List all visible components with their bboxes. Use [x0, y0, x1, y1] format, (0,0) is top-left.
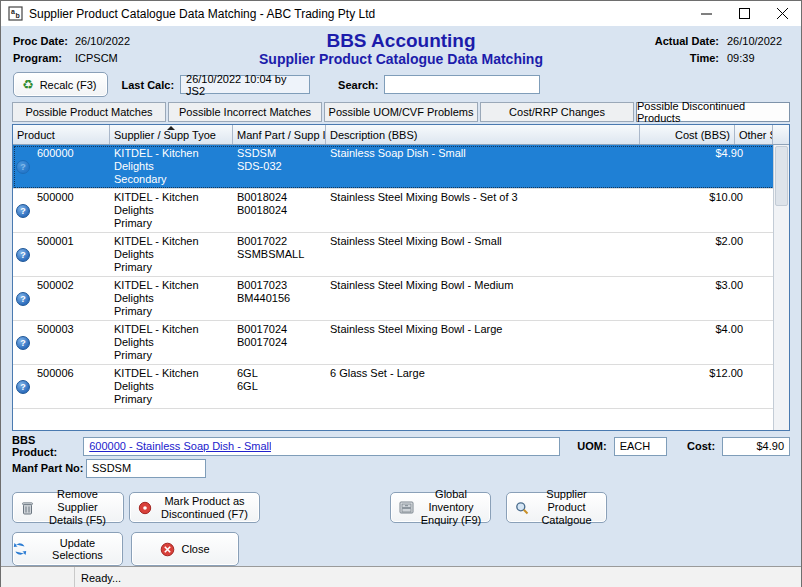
cell-c2: KITDEL - Kitchen DelightsPrimary [110, 233, 233, 276]
tab-3[interactable]: Cost/RRP Changes [480, 102, 634, 122]
toolbar: ♻ Recalc (F3) Last Calc: 26/10/2022 10:0… [1, 68, 801, 98]
window-title: Supplier Product Catalogue Data Matching… [29, 7, 375, 21]
close-icon [160, 542, 175, 557]
actual-date-value: 26/10/2022 [727, 33, 789, 50]
detail-panel: BBS Product: 600000 - Stainless Soap Dis… [1, 431, 801, 479]
tab-4[interactable]: Possible Discontinued Products [636, 102, 790, 122]
question-icon [16, 160, 30, 174]
status-bar: Ready... [1, 566, 801, 587]
last-calc-label: Last Calc: [122, 79, 175, 91]
table-row[interactable]: 500003KITDEL - Kitchen DelightsPrimaryB0… [13, 321, 789, 365]
discontinued-icon [138, 501, 152, 515]
mark-discontinued-label: Mark Product as Discontinued (F7) [158, 495, 251, 521]
question-icon [16, 204, 30, 218]
status-panel-left [1, 567, 75, 587]
bbs-product-field: 600000 - Stainless Soap Dish - Small [83, 437, 560, 456]
cell-c2: KITDEL - Kitchen DelightsPrimary [110, 365, 233, 408]
question-icon [16, 380, 30, 394]
column-header[interactable]: Manf Part / Supp It... [233, 125, 326, 144]
cell-c5: $12.00 [656, 365, 751, 408]
table-row[interactable]: 500006KITDEL - Kitchen DelightsPrimary6G… [13, 365, 789, 409]
update-selections-button[interactable]: Update Selections [12, 532, 123, 566]
tab-2[interactable]: Possible UOM/CVF Problems [324, 102, 478, 122]
column-header-stub [773, 125, 789, 144]
cell-c4: Stainless Soap Dish - Small [326, 145, 656, 188]
maximize-button[interactable] [725, 1, 763, 26]
cell-c4: Stainless Steel Mixing Bowl - Small [326, 233, 656, 276]
minimize-button[interactable] [687, 1, 725, 26]
close-button[interactable]: Close [131, 532, 239, 566]
cost-label: Cost: [687, 440, 715, 452]
grid-rows: 600000KITDEL - Kitchen DelightsSecondary… [13, 145, 789, 430]
uom-label: UOM: [577, 440, 606, 452]
question-icon [16, 336, 30, 350]
scrollbar-thumb[interactable] [775, 146, 788, 206]
tab-1[interactable]: Possible Incorrect Matches [168, 102, 322, 122]
close-label: Close [181, 543, 209, 555]
cell-c1: 500006 [13, 365, 110, 408]
results-grid: ProductSupplier / Supp TyoeManf Part / S… [12, 124, 790, 431]
cell-c1: 500000 [13, 189, 110, 232]
column-header[interactable]: Description (BBS) [326, 125, 640, 144]
sort-ascending-icon [167, 126, 175, 130]
table-row[interactable]: 500000KITDEL - Kitchen DelightsPrimaryB0… [13, 189, 789, 233]
cell-c4: Stainless Steel Mixing Bowl - Medium [326, 277, 656, 320]
supplier-catalogue-button[interactable]: Supplier Product Catalgoue [506, 492, 607, 523]
supplier-catalogue-label: Supplier Product Catalgoue [535, 488, 598, 527]
cell-c3: B0017022SSMBSMALL [233, 233, 326, 276]
column-header[interactable]: Supplier / Supp Tyoe [110, 125, 233, 144]
time-value: 09:39 [727, 50, 789, 67]
mark-discontinued-button[interactable]: Mark Product as Discontinued (F7) [129, 492, 260, 523]
minimize-icon [701, 8, 712, 19]
column-header[interactable]: Cost (BBS) [640, 125, 735, 144]
cell-c2: KITDEL - Kitchen DelightsPrimary [110, 321, 233, 364]
cell-c5: $4.00 [656, 321, 751, 364]
close-window-button[interactable] [763, 1, 801, 26]
cell-c3: B0018024B0018024 [233, 189, 326, 232]
cell-c4: Stainless Steel Mixing Bowl - Large [326, 321, 656, 364]
time-label: Time: [690, 50, 719, 67]
remove-supplier-button[interactable]: Remove Supplier Details (F5) [12, 492, 124, 523]
cell-c4: 6 Glass Set - Large [326, 365, 656, 408]
tab-0[interactable]: Possible Product Matches [12, 102, 166, 122]
svg-text:b: b [16, 12, 20, 19]
recycle-icon: ♻ [22, 78, 34, 91]
action-bar-bottom: Update Selections Close [1, 523, 801, 566]
table-row[interactable]: 500002KITDEL - Kitchen DelightsPrimaryB0… [13, 277, 789, 321]
remove-supplier-label: Remove Supplier Details (F5) [40, 488, 115, 527]
bbs-product-label: BBS Product: [12, 434, 83, 458]
question-icon [16, 248, 30, 262]
cost-field: $4.90 [722, 437, 790, 456]
table-row[interactable]: 600000KITDEL - Kitchen DelightsSecondary… [13, 145, 789, 189]
screen-header: Proc Date: 26/10/2022 Program: ICPSCM BB… [1, 26, 801, 68]
column-header[interactable]: Product [13, 125, 110, 144]
cell-c3: B0017024B0017024 [233, 321, 326, 364]
column-header[interactable]: Other S... [735, 125, 773, 144]
global-inventory-button[interactable]: Global Inventory Enquiry (F9) [390, 492, 491, 523]
cell-c5: $4.90 [656, 145, 751, 188]
manf-part-field: SSDSM [86, 459, 206, 478]
cell-c2: KITDEL - Kitchen DelightsPrimary [110, 277, 233, 320]
bbs-product-link[interactable]: 600000 - Stainless Soap Dish - Small [89, 440, 271, 452]
uom-field: EACH [614, 437, 667, 456]
search-input[interactable] [384, 75, 540, 94]
svg-text:a: a [11, 8, 15, 15]
cell-c1: 600000 [13, 145, 110, 188]
cell-c2: KITDEL - Kitchen DelightsPrimary [110, 189, 233, 232]
maximize-icon [739, 8, 750, 19]
app-icon: a b [8, 6, 23, 21]
table-row[interactable]: 500001KITDEL - Kitchen DelightsPrimaryB0… [13, 233, 789, 277]
grid-header: ProductSupplier / Supp TyoeManf Part / S… [13, 125, 789, 145]
action-bar-top: Remove Supplier Details (F5) Mark Produc… [1, 479, 801, 523]
vertical-scrollbar[interactable] [773, 145, 789, 430]
cell-c1: 500001 [13, 233, 110, 276]
recalc-label: Recalc (F3) [40, 79, 97, 91]
tab-strip: Possible Product MatchesPossible Incorre… [1, 98, 801, 122]
update-selections-label: Update Selections [33, 537, 122, 561]
status-text: Ready... [81, 572, 121, 584]
actual-date-label: Actual Date: [655, 33, 719, 50]
manf-part-label: Manf Part No: [12, 462, 86, 474]
trash-icon [21, 501, 34, 515]
cell-c3: 6GL6GL [233, 365, 326, 408]
recalc-button[interactable]: ♻ Recalc (F3) [13, 72, 108, 97]
